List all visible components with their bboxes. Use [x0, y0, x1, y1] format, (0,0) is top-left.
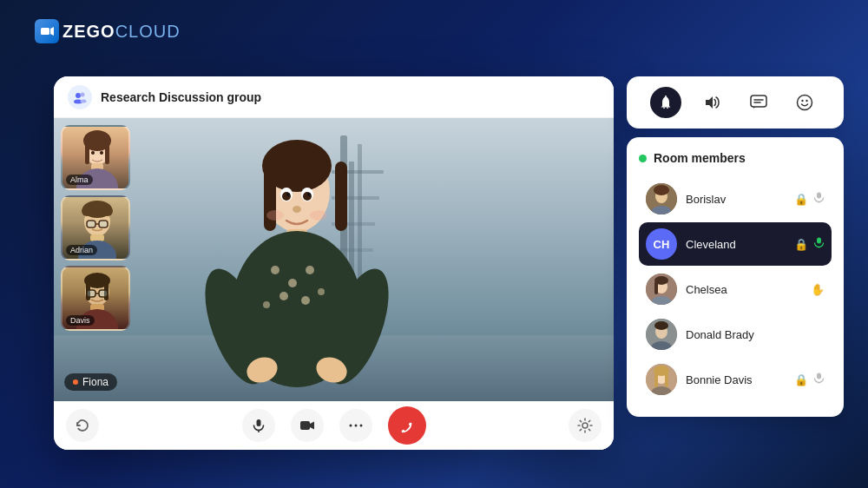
chat-button[interactable] [743, 87, 774, 118]
svg-point-92 [654, 185, 669, 195]
member-borislav[interactable]: Borislav 🔒 [639, 177, 832, 221]
thumbnail-davis[interactable]: Davis [61, 266, 130, 331]
svg-rect-84 [751, 96, 766, 107]
svg-rect-58 [99, 221, 108, 228]
logo: ZEGOCLOUD [35, 19, 181, 43]
lock-icon-borislav: 🔒 [794, 193, 808, 206]
svg-point-34 [282, 192, 291, 201]
room-background [54, 118, 614, 401]
emoji-button[interactable] [789, 87, 820, 118]
member-cleveland[interactable]: CH Cleveland 🔒 [639, 222, 832, 266]
speaker-label: Fiona [64, 373, 117, 391]
svg-point-35 [303, 192, 312, 201]
card-header: Research Discussion group [54, 76, 614, 118]
member-name-chelsea: Chelsea [686, 283, 802, 296]
svg-point-36 [286, 193, 290, 196]
svg-rect-60 [90, 234, 104, 241]
lock-icon-bonnie: 🔒 [794, 373, 808, 386]
svg-point-105 [654, 321, 668, 330]
refresh-button[interactable] [66, 409, 99, 442]
right-panel: Room members Borislav 🔒 [627, 76, 844, 417]
svg-rect-101 [654, 281, 658, 294]
svg-rect-110 [654, 372, 658, 387]
avatar-chelsea [646, 274, 677, 305]
svg-rect-9 [358, 144, 362, 292]
logo-text: ZEGOCLOUD [62, 22, 181, 42]
svg-rect-113 [817, 373, 821, 379]
mic-icon-borislav [813, 192, 825, 206]
svg-rect-67 [87, 290, 95, 297]
svg-point-39 [266, 210, 284, 221]
member-bonnie[interactable]: Bonnie Davis 🔒 [639, 358, 832, 401]
thumbnails-list: Alma [61, 125, 130, 331]
members-header: Room members [639, 151, 832, 165]
lock-icon-cleveland: 🔒 [794, 238, 808, 251]
svg-rect-18 [335, 162, 347, 231]
svg-point-37 [307, 193, 311, 196]
svg-rect-68 [99, 290, 108, 297]
speaker-volume-button[interactable] [696, 87, 727, 118]
members-title: Room members [654, 151, 746, 165]
svg-point-22 [288, 279, 297, 287]
svg-point-49 [100, 151, 103, 155]
member-name-borislav: Borislav [686, 193, 786, 206]
svg-point-79 [582, 423, 588, 428]
member-name-donald: Donald Brady [686, 328, 816, 341]
settings-button[interactable] [569, 409, 602, 442]
svg-point-87 [798, 96, 812, 110]
svg-rect-44 [85, 142, 89, 164]
member-donald[interactable]: Donald Brady [639, 313, 832, 356]
avatar-cleveland: CH [646, 228, 677, 260]
more-button[interactable] [339, 409, 372, 442]
svg-rect-74 [300, 421, 310, 430]
speaker-dot [73, 379, 78, 385]
logo-icon [35, 19, 59, 43]
svg-point-27 [318, 288, 325, 295]
svg-point-5 [81, 99, 87, 102]
svg-point-88 [802, 100, 804, 102]
svg-rect-72 [256, 419, 260, 426]
member-name-bonnie: Bonnie Davis [686, 373, 786, 386]
mic-icon-cleveland [813, 237, 825, 251]
end-call-button[interactable] [388, 406, 426, 445]
avatar-donald [646, 319, 677, 350]
svg-point-76 [349, 425, 352, 427]
thumbnail-alma[interactable]: Alma [61, 125, 130, 190]
mic-button[interactable] [242, 409, 275, 442]
svg-rect-17 [264, 162, 276, 231]
controls-bar [54, 401, 614, 450]
member-chelsea[interactable]: Chelsea ✋ [639, 267, 832, 311]
thumbnail-adrian[interactable]: Adrian [61, 195, 130, 260]
bell-button[interactable] [650, 87, 681, 118]
svg-rect-45 [105, 142, 109, 164]
svg-point-48 [91, 151, 95, 155]
icon-bar [627, 76, 844, 129]
svg-point-89 [806, 100, 808, 102]
thumb-label-davis: Davis [66, 315, 95, 326]
thumb-label-alma: Alma [66, 175, 93, 185]
member-icons-cleveland: 🔒 [794, 237, 825, 251]
video-card: Research Discussion group [54, 76, 614, 450]
svg-point-38 [293, 206, 301, 213]
members-panel: Room members Borislav 🔒 [627, 137, 844, 417]
svg-rect-111 [665, 372, 668, 387]
online-indicator [639, 155, 647, 162]
svg-point-78 [359, 425, 362, 427]
svg-point-24 [279, 292, 288, 300]
member-name-cleveland: Cleveland [686, 238, 786, 251]
camera-button[interactable] [291, 409, 324, 442]
svg-marker-75 [310, 422, 314, 430]
member-icons-borislav: 🔒 [794, 192, 825, 206]
svg-point-25 [301, 296, 310, 305]
thumb-label-adrian: Adrian [66, 245, 97, 255]
svg-rect-0 [41, 28, 49, 35]
member-icons-chelsea: ✋ [811, 283, 825, 296]
member-icons-bonnie: 🔒 [794, 373, 825, 386]
video-area: Alma [54, 118, 614, 401]
svg-rect-57 [87, 221, 95, 228]
svg-point-26 [263, 301, 270, 308]
mic-icon-bonnie [813, 373, 825, 386]
avatar-borislav [646, 183, 677, 214]
card-title: Research Discussion group [101, 90, 261, 104]
svg-point-77 [354, 425, 357, 427]
